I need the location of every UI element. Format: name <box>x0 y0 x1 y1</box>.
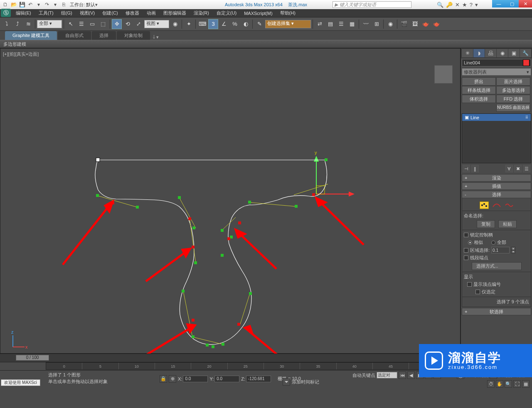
create-tab-icon[interactable]: ✳ <box>462 49 473 57</box>
modifier-stack[interactable]: ▣ Line ⠿ <box>462 113 531 163</box>
select-move-icon[interactable]: ✥ <box>112 19 122 29</box>
chevron-down-icon[interactable]: ▾ <box>475 2 478 8</box>
zoom-extents-icon[interactable]: ⛶ <box>513 380 521 388</box>
menu-group[interactable]: 组(G) <box>58 9 76 17</box>
sub-segment-icon[interactable] <box>492 202 501 209</box>
menu-edit[interactable]: 编辑(E) <box>12 9 34 17</box>
mod-extrude-button[interactable]: 挤出 <box>462 77 496 86</box>
select-rotate-icon[interactable]: ⟲ <box>123 19 133 29</box>
tangent-handles[interactable] <box>98 184 328 344</box>
modifier-list-dropdown[interactable]: 修改器列表▾ <box>462 68 531 76</box>
ribbon-panel-label[interactable]: 多边形建模 <box>0 40 532 48</box>
window-crossing-icon[interactable]: ⬚ <box>98 19 108 29</box>
autokey-button[interactable]: 自动关键点 <box>352 372 375 379</box>
select-link-icon[interactable]: ⤵ <box>2 19 12 29</box>
select-by-button[interactable]: 选择方式... <box>472 262 522 270</box>
undo-icon[interactable]: ↶ <box>27 1 34 8</box>
show-end-result-icon[interactable]: ‖ <box>471 165 479 172</box>
render-frame-icon[interactable]: 🖼 <box>410 19 420 29</box>
maxscript-listener-button[interactable]: 欢迎使用 MAXSci <box>1 379 40 386</box>
edit-named-sel-icon[interactable]: ✎ <box>254 19 264 29</box>
x-coord-field[interactable] <box>183 376 208 382</box>
angle-snap-icon[interactable]: ∠ <box>219 19 229 29</box>
max-viewport-icon[interactable]: ▦ <box>522 380 530 388</box>
y-coord-field[interactable] <box>214 376 239 382</box>
percent-snap-icon[interactable]: % <box>230 19 240 29</box>
menu-tools[interactable]: 工具(T) <box>35 9 57 17</box>
tab-paint[interactable]: 对象绘制 <box>117 31 150 40</box>
display-tab-icon[interactable]: ▣ <box>508 49 520 57</box>
mod-spline-select-button[interactable]: 样条线选择 <box>462 86 496 94</box>
track-bar-ruler[interactable]: 0 5 10 15 20 25 30 35 40 45 50 55 <box>46 362 482 370</box>
menu-views[interactable]: 视图(V) <box>76 9 99 17</box>
maximize-button[interactable]: ▢ <box>505 0 519 7</box>
app-menu-button[interactable]: Ⓢ <box>1 9 11 17</box>
control-vertices[interactable] <box>96 158 328 347</box>
workspace-label[interactable]: 工作台: 默认 <box>70 2 95 8</box>
all-radio[interactable] <box>491 241 495 245</box>
paste-button[interactable]: 粘贴 <box>498 220 517 228</box>
keyboard-shortcut-icon[interactable]: ⌨ <box>197 19 207 29</box>
object-name-field[interactable]: Line004 <box>462 59 531 66</box>
material-editor-icon[interactable]: ◉ <box>385 19 395 29</box>
binoculars-icon[interactable]: 🔍 <box>437 2 443 8</box>
snap-toggle-icon[interactable]: 3 <box>208 19 218 29</box>
key-filters-dropdown[interactable]: 选定对 <box>377 372 397 379</box>
mod-patch-select-button[interactable]: 面片选择 <box>496 77 530 86</box>
rollout-area[interactable]: +渲染 +插值 -选择 命名选择: 复制 粘贴 <box>461 173 532 354</box>
area-select-spinner[interactable] <box>491 247 510 253</box>
dropdown-icon[interactable]: ▾ <box>35 1 42 8</box>
menu-maxscript[interactable]: MAXScript(M) <box>241 10 276 17</box>
modify-tab-icon[interactable]: ◗ <box>473 49 485 57</box>
stack-item-line[interactable]: ▣ Line ⠿ <box>462 114 531 121</box>
save-icon[interactable]: 💾 <box>18 1 26 8</box>
menu-customize[interactable]: 自定义(U) <box>213 9 240 17</box>
menu-create[interactable]: 创建(C) <box>99 9 121 17</box>
utilities-tab-icon[interactable]: 🔧 <box>520 49 531 57</box>
add-time-tag-label[interactable]: 添加时间标记 <box>292 379 319 385</box>
menu-graph-editors[interactable]: 图形编辑器 <box>160 9 190 17</box>
chevron-down-icon[interactable]: ▾ <box>95 2 98 7</box>
copy-button[interactable]: 复制 <box>477 220 495 228</box>
make-unique-icon[interactable]: ∀ <box>505 165 513 172</box>
render-icon[interactable]: 🫖 <box>431 19 441 29</box>
expand-icon[interactable]: ▣ <box>465 115 469 120</box>
select-manipulate-icon[interactable]: ✦ <box>184 19 194 29</box>
align-icon[interactable]: ▤ <box>325 19 335 29</box>
object-color-swatch[interactable] <box>523 59 530 66</box>
minimize-button[interactable]: — <box>492 0 505 7</box>
lock-handles-checkbox[interactable] <box>464 233 468 237</box>
mod-poly-select-button[interactable]: 多边形选择 <box>496 86 530 94</box>
schematic-view-icon[interactable]: ⊞ <box>372 19 382 29</box>
tab-selection[interactable]: 选择 <box>92 31 116 40</box>
select-by-name-icon[interactable]: ☰ <box>76 19 86 29</box>
ribbon-toggle-icon[interactable]: ▦ <box>347 19 357 29</box>
mod-vol-select-button[interactable]: 体积选择 <box>462 95 496 103</box>
abs-rel-icon[interactable]: ⊕ <box>169 375 176 383</box>
menu-help[interactable]: 帮助(H) <box>277 9 299 17</box>
tab-graphite[interactable]: Graphite 建模工具 <box>5 31 57 40</box>
sub-spline-icon[interactable] <box>505 202 514 209</box>
sub-vertex-icon[interactable] <box>480 202 489 209</box>
configure-sets-icon[interactable]: ☰ <box>523 165 530 172</box>
spinner-arrows[interactable]: ▲▼ <box>511 247 515 253</box>
redo-icon[interactable]: ↷ <box>43 1 51 8</box>
area-select-checkbox[interactable] <box>464 248 468 253</box>
similar-radio[interactable] <box>468 241 472 245</box>
hierarchy-tab-icon[interactable]: 品 <box>485 49 496 57</box>
select-scale-icon[interactable]: ⤢ <box>133 19 143 29</box>
goto-start-icon[interactable]: ⏮ <box>399 371 406 379</box>
zoom-icon[interactable]: 🔍 <box>505 380 512 388</box>
pan-view-icon[interactable]: ✋ <box>496 380 503 388</box>
bind-spacewarp-icon[interactable]: ≋ <box>23 19 33 29</box>
mod-ffd-select-button[interactable]: FFD 选择 <box>496 95 530 103</box>
stack-subobj-icon[interactable]: ⠿ <box>525 116 528 120</box>
spinner-snap-icon[interactable]: ◐ <box>241 19 251 29</box>
new-icon[interactable]: 🗋 <box>2 1 9 8</box>
only-selected-checkbox[interactable] <box>475 290 480 294</box>
unlink-icon[interactable]: ⤴ <box>12 19 22 29</box>
mod-nurbs-select-button[interactable]: NURBS 曲面选择 <box>496 103 530 112</box>
dropdown-icon[interactable]: ▾ <box>52 1 59 8</box>
segment-end-checkbox[interactable] <box>464 256 468 260</box>
rectangle-region-icon[interactable]: ▭ <box>87 19 97 29</box>
